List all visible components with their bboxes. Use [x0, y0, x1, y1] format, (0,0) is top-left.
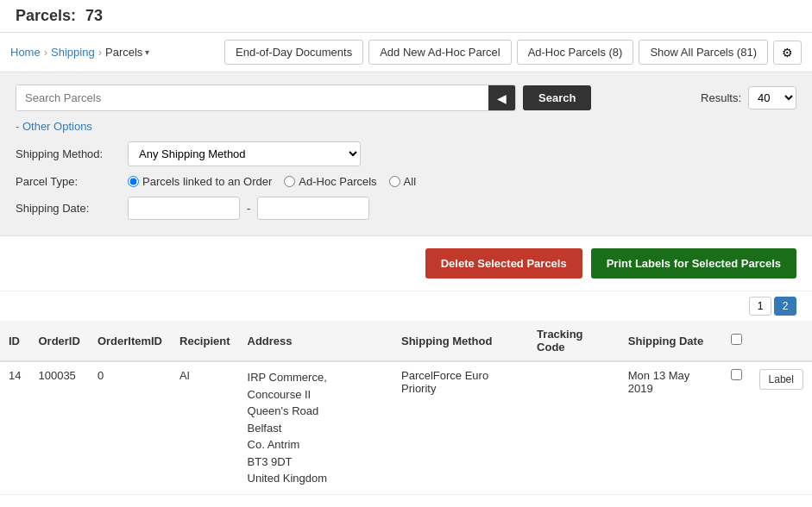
radio-order[interactable]: Parcels linked to an Order	[128, 175, 272, 188]
chevron-down-icon: ▾	[145, 47, 149, 57]
cell-order-item-id: 0	[89, 361, 171, 494]
search-input-wrapper: ◀	[16, 84, 516, 111]
cell-recipient: Al	[171, 361, 239, 494]
shipping-method-select[interactable]: Any Shipping Method ParcelForce Euro Pri…	[128, 141, 361, 166]
cell-shipping-date: Mon 13 May 2019	[620, 361, 722, 494]
page-count: 73	[85, 7, 103, 24]
col-checkbox	[722, 321, 751, 361]
shipping-date-label: Shipping Date:	[16, 202, 128, 215]
col-tracking-code: Tracking Code	[528, 321, 620, 361]
table-row: 14 100035 0 Al IRP Commerce, Concourse I…	[0, 361, 812, 494]
page-title-text: Parcels:	[16, 7, 76, 24]
col-label	[751, 321, 812, 361]
cell-tracking-code	[528, 361, 620, 494]
radio-all-input[interactable]	[389, 176, 400, 187]
col-shipping-method: Shipping Method	[393, 321, 528, 361]
search-arrow-button[interactable]: ◀	[488, 85, 515, 110]
col-id: ID	[0, 321, 29, 361]
date-separator: -	[247, 202, 250, 215]
radio-order-label: Parcels linked to an Order	[142, 175, 272, 188]
radio-all-label: All	[404, 175, 416, 188]
action-row: Delete Selected Parcels Print Labels for…	[0, 236, 812, 291]
col-address: Address	[239, 321, 393, 361]
row-checkbox[interactable]	[731, 369, 742, 380]
pagination: 1 2	[0, 291, 812, 321]
shipping-date-from[interactable]	[128, 197, 240, 220]
cell-order-id: 100035	[29, 361, 88, 494]
parcel-type-label: Parcel Type:	[16, 175, 128, 188]
radio-all[interactable]: All	[389, 175, 416, 188]
radio-order-input[interactable]	[128, 176, 139, 187]
search-input[interactable]	[16, 85, 488, 110]
other-options-toggle[interactable]: - Other Options	[16, 120, 796, 133]
cell-checkbox	[722, 361, 751, 494]
breadcrumb-parcels: Parcels ▾	[105, 46, 149, 59]
parcel-type-radio-group: Parcels linked to an Order Ad-Hoc Parcel…	[128, 175, 416, 188]
cell-id: 14	[0, 361, 29, 494]
cell-label: Label	[751, 361, 812, 494]
shipping-method-label: Shipping Method:	[16, 147, 128, 160]
adhoc-parcels-button[interactable]: Ad-Hoc Parcels (8)	[517, 40, 634, 65]
show-all-button[interactable]: Show All Parcels (81)	[639, 40, 768, 65]
search-button[interactable]: Search	[523, 85, 591, 110]
end-of-day-button[interactable]: End-of-Day Documents	[224, 40, 363, 65]
breadcrumb-home[interactable]: Home	[10, 46, 41, 59]
page-1-button[interactable]: 1	[749, 297, 771, 316]
col-order-item-id: OrderItemID	[89, 321, 171, 361]
parcels-table: ID OrderID OrderItemID Recipient Address…	[0, 321, 812, 495]
settings-button[interactable]: ⚙	[773, 41, 802, 65]
cell-address: IRP Commerce, Concourse IIQueen's RoadBe…	[239, 361, 393, 494]
col-shipping-date: Shipping Date	[620, 321, 722, 361]
add-adhoc-button[interactable]: Add New Ad-Hoc Parcel	[368, 40, 511, 65]
radio-adhoc[interactable]: Ad-Hoc Parcels	[284, 175, 376, 188]
delete-selected-button[interactable]: Delete Selected Parcels	[425, 248, 582, 279]
table-header-row: ID OrderID OrderItemID Recipient Address…	[0, 321, 812, 361]
search-section: ◀ Search Results: 40 20 60 100 - Other O…	[0, 72, 812, 236]
results-label: Results:	[701, 91, 741, 104]
page-title: Parcels: 73	[10, 7, 103, 25]
page-2-button[interactable]: 2	[774, 297, 796, 316]
col-recipient: Recipient	[171, 321, 239, 361]
cell-shipping-method: ParcelForce Euro Priority	[393, 361, 528, 494]
col-order-id: OrderID	[29, 321, 88, 361]
gear-icon: ⚙	[782, 46, 793, 59]
radio-adhoc-label: Ad-Hoc Parcels	[299, 175, 376, 188]
print-labels-button[interactable]: Print Labels for Selected Parcels	[591, 248, 796, 279]
select-all-checkbox[interactable]	[731, 334, 742, 345]
radio-adhoc-input[interactable]	[284, 176, 295, 187]
results-select[interactable]: 40 20 60 100	[748, 86, 796, 110]
label-button[interactable]: Label	[759, 369, 803, 390]
shipping-date-to[interactable]	[257, 197, 369, 220]
breadcrumb: Home › Shipping › Parcels ▾	[10, 46, 149, 59]
breadcrumb-shipping[interactable]: Shipping	[51, 46, 95, 59]
